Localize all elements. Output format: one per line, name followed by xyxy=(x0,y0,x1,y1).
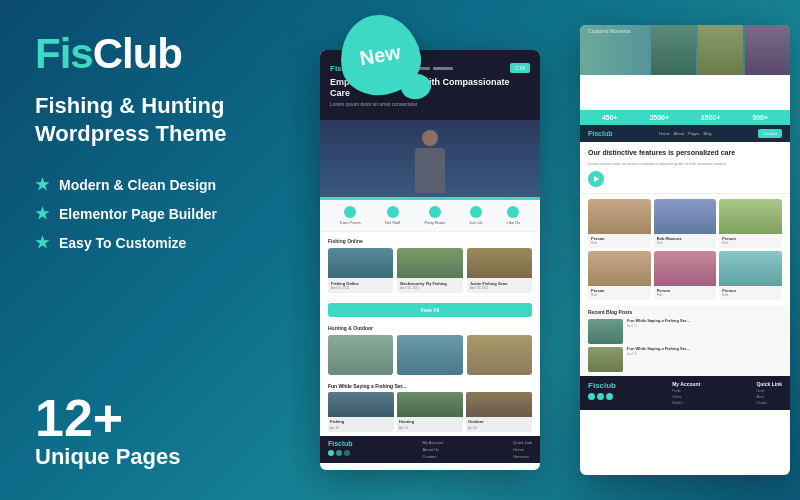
mr-person-name-2: Bob Measure xyxy=(654,234,717,241)
ml-icon-staff: Get Staff xyxy=(385,206,401,225)
mr-nav-cta[interactable]: Contact xyxy=(758,129,782,138)
ml-bottom-label-2: Hunting xyxy=(397,417,463,426)
mr-img-row xyxy=(651,25,790,75)
mr-footer-social-1 xyxy=(588,393,595,400)
tagline-line1: Fishing & Hunting xyxy=(35,92,280,120)
ml-icon-txt-5: Like Us xyxy=(507,220,520,225)
ml-cta-text: View All xyxy=(421,307,440,313)
mr-person-role-2: Role xyxy=(654,241,717,248)
mr-footer-col-item-2: Orders xyxy=(672,395,700,399)
ml-icon-circle-2 xyxy=(387,206,399,218)
mr-nav-pages: Pages xyxy=(688,131,699,136)
left-panel: FisClub Fishing & Hunting Wordpress Them… xyxy=(0,0,310,500)
ml-card-body-2: Backcountry Fly Fishing April 16, 2021 xyxy=(397,278,462,293)
mockup-right: Captured Moments 450+ 3500+ 2500+ 300+ xyxy=(580,25,790,475)
ml-more-card-1 xyxy=(328,335,393,375)
mr-blog-list: Fun While Saying a Fishing Ser... April … xyxy=(588,319,782,372)
ml-footer-left: Fisclub xyxy=(328,440,353,456)
mr-blog-item-1: Fun While Saying a Fishing Ser... April … xyxy=(588,319,782,344)
ml-icon-party: Party Boats xyxy=(424,206,445,225)
ml-bottom-label-1: Fishing xyxy=(328,417,394,426)
ml-cards-section: Fishing Online Fishing Online April 16, … xyxy=(320,232,540,299)
logo-part2: Club xyxy=(93,30,182,77)
mr-footer-col-item-1: Profile xyxy=(672,389,700,393)
mr-stat-num-1: 450+ xyxy=(602,114,618,121)
mr-footer-col-title-2: Quick Link xyxy=(756,381,782,387)
ml-icon-circle-4 xyxy=(470,206,482,218)
mr-blog-thumb-1 xyxy=(588,319,623,344)
mr-person-card-6: Person Role xyxy=(719,251,782,300)
mr-person-role-3: Role xyxy=(719,241,782,248)
ml-more-title: Hunting & Outdoor xyxy=(328,325,532,331)
ml-card-sub-2: April 16, 2021 xyxy=(400,286,459,290)
mr-person-name-3: Person xyxy=(719,234,782,241)
star-icon-3: ★ xyxy=(35,233,49,252)
ml-more-card-2 xyxy=(397,335,462,375)
ml-footer-link-5: Home xyxy=(513,447,532,452)
ml-bottom-img-3 xyxy=(466,392,532,417)
mr-section1: Captured Moments 450+ 3500+ 2500+ 300+ xyxy=(580,25,790,125)
feature-label-1: Modern & Clean Design xyxy=(59,177,216,193)
mr-stats-row: 450+ 3500+ 2500+ 300+ xyxy=(580,110,790,125)
mr-person-card-2: Bob Measure Role xyxy=(654,199,717,248)
ml-footer-link-3: Contact xyxy=(423,454,444,459)
mr-stat-num-4: 300+ xyxy=(752,114,768,121)
mr-person-img-3 xyxy=(719,199,782,234)
feature-label-2: Elementor Page Builder xyxy=(59,206,217,222)
ml-card-3: Justin Fishing Zone April 16, 2021 xyxy=(467,248,532,293)
ml-card-img-2 xyxy=(397,248,462,278)
mr-nav-blog: Blog xyxy=(704,131,712,136)
ml-icon-join: Join Us xyxy=(469,206,482,225)
mr-stat-num-3: 2500+ xyxy=(701,114,721,121)
mr-person-img-1 xyxy=(588,199,651,234)
mr-feature-title: Our distinctive features is personalized… xyxy=(588,148,782,157)
ml-cta-row[interactable]: View All xyxy=(328,303,532,317)
ml-bottom-img-1 xyxy=(328,392,394,417)
ml-footer-dot-3 xyxy=(344,450,350,456)
ml-bottom-card-2: Hunting Apr 16 xyxy=(397,392,463,432)
mr-footer-social-3 xyxy=(606,393,613,400)
ml-nav-dot-4 xyxy=(433,67,453,70)
pages-count: 12+ xyxy=(35,392,280,444)
mr-footer-socials xyxy=(588,393,616,400)
mockup-left: Fisclub CTA Empowering Seniors with Comp… xyxy=(320,50,540,470)
ml-footer-logo: Fisclub xyxy=(328,440,353,447)
mr-footer-col-item-3: Wishlist xyxy=(672,401,700,405)
ml-icon-circle-1 xyxy=(344,206,356,218)
ml-icon-circle-3 xyxy=(429,206,441,218)
ml-footer-links: My Account About Us Contact xyxy=(423,440,444,459)
pages-label: Unique Pages xyxy=(35,444,280,470)
ml-bottom-title: Fun While Saying a Fishing Ser... xyxy=(328,383,532,389)
mr-person-img-6 xyxy=(719,251,782,286)
mr-people-grid: Person Role Bob Measure Role Person Role… xyxy=(588,199,782,300)
mr-footer-col-2: Quick Link Home About Contact xyxy=(756,381,782,405)
features-list: ★ Modern & Clean Design ★ Elementor Page… xyxy=(35,175,280,252)
logo-part1: Fis xyxy=(35,30,93,77)
mr-person-name-6: Person xyxy=(719,286,782,293)
star-icon-1: ★ xyxy=(35,175,49,194)
mr-blog-section: Recent Blog Posts Fun While Saying a Fis… xyxy=(580,305,790,376)
ml-icons-row: Earn Points Get Staff Party Boats Join U… xyxy=(320,200,540,232)
ml-bottom-label-3: Outdoor xyxy=(466,417,532,426)
tagline: Fishing & Hunting Wordpress Theme xyxy=(35,92,280,147)
mr-person-card-4: Person Role xyxy=(588,251,651,300)
person-head xyxy=(422,130,438,146)
mr-play-btn[interactable] xyxy=(588,171,604,187)
ml-icon-earn: Earn Points xyxy=(340,206,361,225)
mr-blog-info-2: Fun While Saying a Fishing Ser... April … xyxy=(627,347,782,357)
mr-footer-col-title-1: My Account xyxy=(672,381,700,387)
mr-person-img-2 xyxy=(654,199,717,234)
ml-footer-link-2: About Us xyxy=(423,447,444,452)
new-badge-text: New xyxy=(358,40,402,70)
mr-stat-4: 300+ xyxy=(752,114,768,121)
mr-footer-brand: Fisclub xyxy=(588,381,616,405)
mr-person-name-4: Person xyxy=(588,286,651,293)
mr-stat-2: 3500+ xyxy=(649,114,669,121)
unique-pages: 12+ Unique Pages xyxy=(35,392,280,470)
ml-icon-txt-3: Party Boats xyxy=(424,220,445,225)
mr-stat-1: 450+ xyxy=(602,114,618,121)
ml-cards-title: Fishing Online xyxy=(328,238,532,244)
feature-item-3: ★ Easy To Customize xyxy=(35,233,280,252)
ml-card-body-3: Justin Fishing Zone April 16, 2021 xyxy=(467,278,532,293)
ml-icon-circle-5 xyxy=(507,206,519,218)
